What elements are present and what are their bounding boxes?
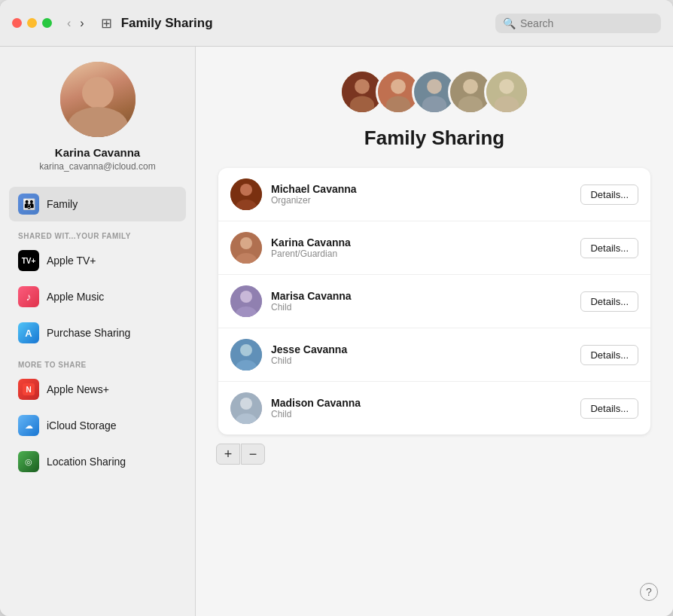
- svg-point-27: [240, 344, 252, 356]
- help-button[interactable]: ?: [640, 583, 658, 601]
- appletv-icon: TV+: [18, 250, 39, 271]
- sidebar-item-appletv[interactable]: TV+ Apple TV+: [9, 243, 186, 278]
- family-avatars-group: [340, 69, 529, 114]
- location-icon: ◎: [18, 451, 39, 472]
- svg-point-9: [427, 79, 442, 94]
- minimize-button[interactable]: [27, 18, 37, 28]
- sidebar-nav: 👪 Family SHARED WIT...YOUR FAMILY TV+ Ap…: [0, 187, 195, 480]
- add-member-button[interactable]: +: [216, 444, 240, 465]
- section-shared-header: SHARED WIT...YOUR FAMILY: [9, 223, 186, 243]
- search-bar: 🔍: [495, 14, 661, 33]
- sidebar-item-icloud[interactable]: ☁ iCloud Storage: [9, 408, 186, 443]
- purchase-icon: A: [18, 322, 39, 343]
- member-avatar-2: [230, 232, 262, 264]
- details-button-1[interactable]: Details...: [580, 184, 638, 205]
- member-avatar-4: [230, 339, 262, 371]
- titlebar: ‹ › ⊞ Family Sharing 🔍: [0, 0, 673, 47]
- nav-buttons: ‹ ›: [64, 16, 87, 31]
- icloud-icon: ☁: [18, 415, 39, 436]
- table-row: Jesse Cavanna Child Details...: [218, 328, 650, 382]
- sidebar-item-purchase[interactable]: A Purchase Sharing: [9, 316, 186, 350]
- grid-icon[interactable]: ⊞: [101, 15, 112, 32]
- svg-point-13: [458, 96, 483, 114]
- svg-point-12: [463, 79, 478, 94]
- member-avatar-1: [230, 178, 262, 210]
- sidebar-item-applenews[interactable]: N Apple News+: [9, 372, 186, 407]
- member-info-2: Karina Cavanna Parent/Guardian: [271, 236, 571, 259]
- members-card: Michael Cavanna Organizer Details...: [218, 168, 650, 435]
- member-name-1: Michael Cavanna: [271, 183, 571, 195]
- close-button[interactable]: [12, 18, 22, 28]
- member-role-3: Child: [271, 302, 571, 313]
- window-title: Family Sharing: [121, 16, 486, 31]
- table-row: Marisa Cavanna Child Details...: [218, 275, 650, 328]
- table-row: Karina Cavanna Parent/Guardian Details..…: [218, 221, 650, 275]
- member-role-5: Child: [271, 409, 571, 419]
- app-window: ‹ › ⊞ Family Sharing 🔍 Karina Cavanna ka…: [0, 0, 673, 616]
- details-button-5[interactable]: Details...: [580, 398, 638, 419]
- sidebar-label-applenews: Apple News+: [47, 383, 109, 395]
- user-avatar: [60, 62, 136, 137]
- forward-button[interactable]: ›: [77, 16, 87, 31]
- detail-title: Family Sharing: [364, 127, 504, 150]
- user-name: Karina Cavanna: [55, 146, 140, 159]
- sidebar: Karina Cavanna karina_cavanna@icloud.com…: [0, 47, 196, 616]
- svg-point-4: [350, 96, 374, 114]
- user-email: karina_cavanna@icloud.com: [39, 161, 155, 172]
- section-more-header: MORE TO SHARE: [9, 352, 186, 372]
- member-name-5: Madison Cavanna: [271, 397, 571, 409]
- main-content: Karina Cavanna karina_cavanna@icloud.com…: [0, 47, 673, 616]
- svg-point-6: [391, 79, 406, 94]
- table-row: Madison Cavanna Child Details...: [218, 382, 650, 435]
- member-name-2: Karina Cavanna: [271, 236, 571, 249]
- svg-point-24: [240, 291, 252, 303]
- member-avatar-5: [230, 392, 262, 424]
- sidebar-label-appletv: Apple TV+: [47, 255, 96, 267]
- member-info-4: Jesse Cavanna Child: [271, 343, 571, 366]
- member-role-1: Organizer: [271, 195, 571, 206]
- sidebar-label-icloud: iCloud Storage: [47, 419, 117, 432]
- member-info-5: Madison Cavanna Child: [271, 397, 571, 419]
- table-row: Michael Cavanna Organizer Details...: [218, 168, 650, 221]
- svg-point-15: [499, 79, 514, 94]
- sidebar-item-applemusic[interactable]: ♪ Apple Music: [9, 279, 186, 314]
- svg-point-30: [240, 398, 252, 410]
- svg-point-10: [422, 96, 446, 114]
- family-icon: 👪: [18, 194, 39, 215]
- details-button-4[interactable]: Details...: [580, 345, 638, 365]
- search-input[interactable]: [520, 17, 653, 29]
- add-remove-bar: + −: [216, 444, 265, 465]
- sidebar-label-applemusic: Apple Music: [47, 291, 104, 303]
- svg-point-16: [495, 96, 519, 114]
- member-avatar-3: [230, 285, 262, 317]
- svg-point-7: [386, 96, 410, 114]
- member-info-1: Michael Cavanna Organizer: [271, 183, 571, 206]
- avatar-image: [60, 62, 136, 137]
- member-info-3: Marisa Cavanna Child: [271, 290, 571, 313]
- member-role-4: Child: [271, 355, 571, 366]
- maximize-button[interactable]: [42, 18, 52, 28]
- svg-point-21: [240, 237, 252, 249]
- details-button-3[interactable]: Details...: [580, 291, 638, 312]
- sidebar-label-location: Location Sharing: [47, 456, 126, 468]
- detail-panel: Family Sharing Michael Cavanna Organizer: [196, 47, 673, 616]
- member-name-3: Marisa Cavanna: [271, 290, 571, 302]
- sidebar-label-family: Family: [47, 198, 78, 210]
- sidebar-item-family[interactable]: 👪 Family: [9, 187, 186, 221]
- applemusic-icon: ♪: [18, 286, 39, 307]
- sidebar-item-location[interactable]: ◎ Location Sharing: [9, 444, 186, 479]
- remove-member-button[interactable]: −: [241, 444, 265, 465]
- sidebar-label-purchase: Purchase Sharing: [47, 327, 130, 339]
- member-name-4: Jesse Cavanna: [271, 343, 571, 355]
- svg-point-18: [240, 184, 252, 196]
- details-button-2[interactable]: Details...: [580, 238, 638, 258]
- member-role-2: Parent/Guardian: [271, 249, 571, 259]
- back-button[interactable]: ‹: [64, 16, 74, 31]
- svg-text:N: N: [26, 386, 31, 394]
- family-avatar-5: [484, 69, 529, 114]
- svg-point-3: [355, 79, 370, 94]
- search-icon: 🔍: [503, 17, 516, 29]
- traffic-lights: [12, 18, 52, 28]
- applenews-icon: N: [18, 379, 39, 400]
